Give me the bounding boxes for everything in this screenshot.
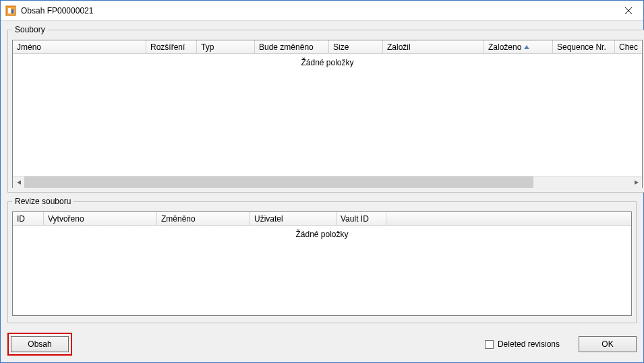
files-group-legend: Soubory xyxy=(12,25,48,34)
app-icon xyxy=(5,5,16,16)
col-size[interactable]: Size xyxy=(329,40,383,53)
bottom-bar: Obsah Deleted revisions OK xyxy=(1,330,643,362)
titlebar: Obsah FP00000021 xyxy=(1,1,643,21)
col-bude-zmeneno[interactable]: Bude změněno xyxy=(255,40,329,53)
files-group: Soubory Jméno Rozšíření Typ Bude změněno… xyxy=(7,25,644,193)
revisions-body xyxy=(13,243,631,315)
scroll-left-icon[interactable]: ◂ xyxy=(13,176,24,188)
scroll-thumb[interactable] xyxy=(24,176,533,188)
col-sequence-nr[interactable]: Sequence Nr. xyxy=(553,40,615,53)
files-listview[interactable]: Jméno Rozšíření Typ Bude změněno Size Za… xyxy=(12,40,643,188)
files-header-row: Jméno Rozšíření Typ Bude změněno Size Za… xyxy=(13,40,642,54)
svg-rect-2 xyxy=(11,9,13,13)
window-title: Obsah FP00000021 xyxy=(21,6,93,15)
close-button[interactable] xyxy=(613,1,643,21)
revisions-group-legend: Revize souboru xyxy=(12,197,74,206)
obsah-highlight: Obsah xyxy=(7,333,72,356)
ok-button[interactable]: OK xyxy=(579,336,637,352)
svg-rect-1 xyxy=(8,8,11,13)
obsah-button[interactable]: Obsah xyxy=(11,336,69,352)
files-body xyxy=(13,71,642,176)
deleted-revisions-label: Deleted revisions xyxy=(498,339,560,349)
col-zmeneno[interactable]: Změněno xyxy=(157,212,250,225)
col-vytvoreno[interactable]: Vytvořeno xyxy=(44,212,157,225)
sort-asc-icon xyxy=(524,45,529,49)
revisions-header-row: ID Vytvořeno Změněno Uživatel Vault ID xyxy=(13,212,631,226)
col-zalozil[interactable]: Založil xyxy=(383,40,484,53)
col-filler xyxy=(386,212,631,225)
revisions-listview[interactable]: ID Vytvořeno Změněno Uživatel Vault ID Ž… xyxy=(12,211,632,316)
scroll-right-icon[interactable]: ▸ xyxy=(631,176,642,188)
content-area: Soubory Jméno Rozšíření Typ Bude změněno… xyxy=(1,21,643,330)
col-typ[interactable]: Typ xyxy=(197,40,255,53)
files-empty-message: Žádné položky xyxy=(13,54,642,71)
col-uzivatel[interactable]: Uživatel xyxy=(250,212,336,225)
checkbox-box-icon xyxy=(485,340,494,349)
col-jmeno[interactable]: Jméno xyxy=(13,40,146,53)
deleted-revisions-checkbox[interactable]: Deleted revisions xyxy=(485,339,560,349)
col-rozsireni[interactable]: Rozšíření xyxy=(146,40,197,53)
col-id[interactable]: ID xyxy=(13,212,44,225)
scroll-track[interactable] xyxy=(24,176,631,188)
revisions-group: Revize souboru ID Vytvořeno Změněno Uživ… xyxy=(7,197,637,323)
dialog-window: Obsah FP00000021 Soubory Jméno Rozšíření… xyxy=(0,0,644,363)
files-hscrollbar[interactable]: ◂ ▸ xyxy=(13,176,642,187)
close-icon xyxy=(625,7,632,14)
col-chec[interactable]: Chec xyxy=(615,40,642,53)
col-vault-id[interactable]: Vault ID xyxy=(336,212,386,225)
col-zalozeno[interactable]: Založeno xyxy=(484,40,553,53)
revisions-empty-message: Žádné položky xyxy=(13,226,631,243)
